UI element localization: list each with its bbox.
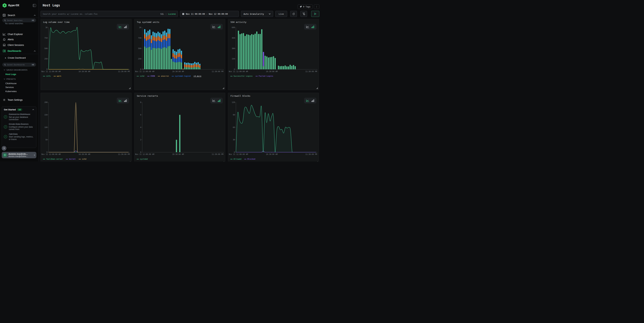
live-button[interactable]: Live: [275, 11, 287, 17]
sidebar-item-search[interactable]: Search: [0, 13, 38, 18]
sidebar-item-services[interactable]: Services: [0, 86, 38, 89]
logo-row: HyperDX: [0, 3, 38, 8]
kebab-icon: ⋮: [316, 6, 318, 8]
chart-title: Log volume over time: [43, 21, 70, 23]
line-chart-toggle[interactable]: [212, 26, 216, 28]
bar-chart-toggle[interactable]: [218, 26, 221, 28]
panel-resize-handle[interactable]: [129, 88, 130, 89]
saved-dashboards-input[interactable]: ⌘K: [2, 63, 36, 67]
line-chart-toggle[interactable]: [119, 26, 122, 28]
legend-more-link[interactable]: +4 more: [194, 75, 201, 77]
legend-swatch: [172, 76, 174, 76]
legend-swatch: [158, 76, 160, 76]
event-search-field[interactable]: [43, 13, 160, 15]
svg-text:1K: 1K: [139, 27, 142, 29]
chevron-up-icon[interactable]: [32, 109, 34, 110]
play-icon: [314, 13, 316, 15]
legend-swatch: [43, 159, 45, 159]
sidebar-item-client-sessions[interactable]: Client Sessions: [0, 43, 38, 47]
line-chart-toggle[interactable]: [306, 99, 309, 102]
sidebar-item-dashboards[interactable]: Dashboards: [0, 49, 38, 53]
chart-title: Top systemd units: [137, 21, 159, 23]
sidebar-item-host-logs[interactable]: Host Logs: [0, 73, 38, 76]
panel-resize-handle[interactable]: [129, 161, 130, 162]
sidebar-item-label: Alerts: [8, 38, 14, 41]
panel-resize-handle[interactable]: [223, 88, 224, 89]
gear-icon: [3, 99, 6, 101]
get-started-title: Get Started: [4, 108, 16, 111]
help-button[interactable]: ?: [2, 146, 6, 151]
svg-text:60: 60: [233, 126, 235, 128]
saved-searches-field[interactable]: [7, 19, 31, 22]
panel-resize-handle[interactable]: [316, 161, 318, 162]
sidebar-item-clickhouse[interactable]: ClickHouse: [0, 82, 38, 85]
chart-type-toggle: [210, 24, 223, 30]
panel-resize-handle[interactable]: [316, 88, 318, 89]
event-search-input[interactable]: SQL | Lucene: [40, 11, 178, 17]
get-started-item[interactable]: ✓ Create Data Sources Configure where yo…: [4, 123, 34, 131]
svg-text:6: 6: [140, 114, 141, 116]
chart-type-toggle: [304, 24, 316, 30]
granularity-select[interactable]: Auto Granularity: [241, 11, 273, 17]
svg-text:0: 0: [46, 151, 48, 153]
user-menu[interactable]: D dominic.tran@clic... dominic.tran@clic…: [2, 152, 36, 158]
chart-legend: fail2ban-serverkernelsshd: [43, 158, 86, 160]
bar-chart-toggle[interactable]: [218, 99, 221, 102]
sidebar-item-kubernetes[interactable]: Kubernetes: [0, 90, 38, 93]
saved-dashboards-section-header[interactable]: SAVED DASHBOARDS: [0, 69, 38, 71]
svg-text:250: 250: [138, 58, 141, 60]
bar-chart-toggle[interactable]: [311, 99, 314, 102]
filter-button[interactable]: [300, 11, 307, 17]
saved-searches-row: ⌘K: [0, 19, 38, 22]
line-chart-toggle[interactable]: [212, 99, 216, 102]
no-saved-searches-note: No saved searches: [0, 22, 38, 25]
get-started-item[interactable]: ✓ Connect to ClickHouse Set up your data…: [4, 113, 34, 121]
panel-resize-handle[interactable]: [223, 161, 224, 162]
saved-dashboards-field[interactable]: [7, 64, 31, 66]
chart-legend: sshdCRONanacronsystemd-logind+4 more: [137, 75, 201, 77]
create-dashboard-button[interactable]: + Create Dashboard: [0, 55, 38, 60]
magnifier-icon: [4, 64, 6, 66]
step-desc: Configure where your data comes from: [9, 126, 34, 131]
ssh-activity-chart: 6004503001500Nov 11 12:00:00 AM10:30:00 …: [228, 19, 319, 90]
chevron-up-icon: [34, 15, 36, 16]
bar-chart-toggle[interactable]: [311, 26, 314, 28]
chevron-down-icon: [4, 69, 5, 70]
calendar-icon: [182, 13, 184, 15]
legend-item: systemd: [137, 158, 148, 160]
presets-section-header[interactable]: PRESETS: [0, 78, 38, 80]
sql-toggle[interactable]: SQL: [160, 13, 164, 15]
sidebar-item-alerts[interactable]: Alerts: [0, 37, 38, 42]
svg-text:0: 0: [140, 151, 141, 153]
sidebar-item-chart-explorer[interactable]: Chart Explorer: [0, 32, 38, 37]
panel-ssh-activity: SSH activity 6004503001500Nov 11 12:00:0…: [228, 19, 319, 90]
bar-chart-toggle[interactable]: [124, 99, 127, 102]
get-started-item[interactable]: ✓ Add Data Start sending logs, metrics, …: [4, 133, 34, 141]
svg-text:Nov 11 12:00:00 AM: Nov 11 12:00:00 AM: [42, 153, 60, 155]
check-circle-icon: ✓: [4, 115, 7, 119]
chart-type-toggle: [210, 98, 223, 103]
line-chart-toggle[interactable]: [306, 26, 309, 28]
sidebar-item-team-settings[interactable]: Team Settings: [0, 98, 38, 102]
run-query-button[interactable]: [311, 11, 319, 17]
bell-icon: [3, 38, 6, 41]
panel-firewall-blocks: Firewall blocks 1209060300Nov 11 12:00:0…: [228, 93, 319, 162]
bar-chart-toggle[interactable]: [124, 26, 127, 28]
more-options-button[interactable]: ⋮: [314, 5, 319, 9]
line-chart-toggle[interactable]: [119, 99, 122, 102]
tags-button[interactable]: 0 Tags: [298, 5, 312, 9]
laptop-icon: [3, 44, 6, 46]
svg-text:750: 750: [138, 37, 141, 39]
get-started-card: Get Started 3/3 ✓ Connect to ClickHouse …: [2, 106, 36, 148]
svg-text:0: 0: [234, 68, 235, 70]
sidebar-collapse-icon[interactable]: [33, 4, 36, 7]
lucene-toggle[interactable]: Lucene: [168, 13, 176, 15]
legend-swatch: [43, 76, 45, 76]
chart-type-toggle: [117, 98, 129, 103]
svg-text:Nov 11 12:00:00 AM: Nov 11 12:00:00 AM: [135, 70, 154, 73]
date-range-picker[interactable]: Nov 11 00:00:00 - Nov 12 00:00:00: [180, 11, 239, 17]
refresh-button[interactable]: [290, 11, 297, 17]
svg-text:750: 750: [44, 37, 48, 39]
panel-service-restarts: Service restarts 86420Nov 11 12:00:00 AM…: [134, 93, 225, 162]
saved-searches-input[interactable]: ⌘K: [2, 19, 36, 22]
